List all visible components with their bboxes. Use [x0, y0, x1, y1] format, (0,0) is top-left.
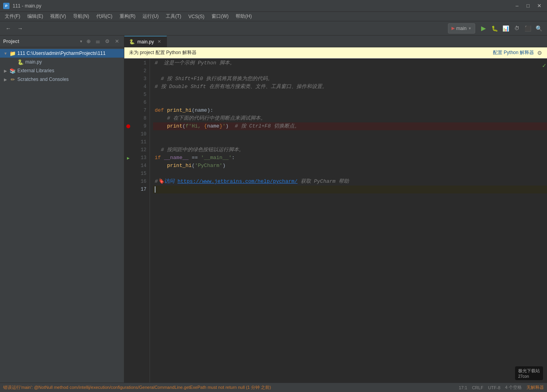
- code-editor[interactable]: ▶ 1 2 3 4 5 6 7 8 9 10 11 12: [124, 58, 547, 383]
- menu-edit[interactable]: 编辑(E): [24, 12, 46, 21]
- minimize-button[interactable]: –: [512, 2, 522, 10]
- code-line-7: def print_hi(name):: [153, 107, 547, 114]
- debug-button[interactable]: 🐛: [489, 23, 500, 34]
- menu-run[interactable]: 运行(U): [139, 12, 162, 21]
- code-line-5: [153, 91, 547, 99]
- menu-refactor[interactable]: 重构(R): [116, 12, 139, 21]
- code-line-6: [153, 99, 547, 107]
- toolbar-run-buttons: ▶ 🐛 📊 ⏱ ⬛ 🔍: [478, 23, 544, 34]
- line-num-14: 14: [132, 162, 150, 170]
- external-libraries-label: External Libraries: [17, 68, 54, 73]
- close-sidebar-button[interactable]: ✕: [113, 38, 121, 45]
- gutter-3: [124, 75, 132, 83]
- file-charset[interactable]: UTF-8: [488, 385, 500, 390]
- library-icon: 📚: [9, 68, 16, 74]
- app-icon: P: [3, 3, 9, 9]
- line-num-7: 7: [132, 107, 150, 114]
- sidebar-item-scratches[interactable]: ▶ ✏ Scratches and Consoles: [0, 75, 124, 84]
- tab-main-py[interactable]: 🐍 main.py ✕: [124, 36, 167, 47]
- menu-code[interactable]: 代码(C): [93, 12, 116, 21]
- scratches-label: Scratches and Consoles: [17, 77, 69, 82]
- sidebar-title: Project: [3, 39, 78, 44]
- gutter-7: [124, 107, 132, 114]
- sidebar-item-project-root[interactable]: ▼ 📁 111 C:\Users\admin\PycharmProjects\1…: [0, 49, 124, 58]
- line-num-3: 3: [132, 75, 150, 83]
- menu-help[interactable]: 帮助(H): [232, 12, 255, 21]
- sidebar-item-main-py[interactable]: 🐍 main.py: [0, 58, 124, 66]
- tab-file-icon: 🐍: [129, 39, 135, 45]
- line-num-16: 16: [132, 178, 150, 186]
- warning-settings-icon[interactable]: ⚙: [537, 50, 542, 56]
- run-config-dropdown[interactable]: ▶ main ▼: [448, 23, 475, 34]
- code-content[interactable]: # 这是一个示例 Python 脚本。 # 按 Shift+F10 执行或将其替…: [150, 58, 547, 383]
- collapse-all-button[interactable]: ⚌: [94, 38, 102, 45]
- code-line-16: #🔖访问 https://www.jetbrains.com/help/pych…: [153, 178, 547, 186]
- settings-button[interactable]: ⚙: [103, 38, 111, 45]
- coverage-button[interactable]: 📊: [500, 23, 511, 34]
- validation-indicator: ✓: [542, 62, 545, 69]
- cursor-position[interactable]: 17:1: [459, 385, 467, 390]
- line-num-2: 2: [132, 67, 150, 75]
- profile-button[interactable]: ⏱: [511, 23, 522, 34]
- gutter-11: [124, 138, 132, 146]
- indent-size[interactable]: 4 个空格: [505, 384, 522, 390]
- gutter-4: [124, 83, 132, 91]
- watermark: 极光下载站 27con: [515, 366, 543, 380]
- back-button[interactable]: ←: [3, 23, 13, 34]
- line-num-8: 8: [132, 114, 150, 122]
- main-layout: Project ▼ ⊕ ⚌ ⚙ ✕ ▼ 📁 111 C:\Users\admin…: [0, 36, 547, 383]
- line-num-9: 9: [132, 122, 150, 130]
- line-ending[interactable]: CRLF: [472, 385, 483, 390]
- gutter-8: [124, 114, 132, 122]
- menu-bar: 文件(F) 编辑(E) 视图(V) 导航(N) 代码(C) 重构(R) 运行(U…: [0, 12, 547, 21]
- menu-navigate[interactable]: 导航(N): [70, 12, 92, 21]
- gutter-15: [124, 170, 132, 178]
- breakpoint-gutter: ▶: [124, 58, 132, 383]
- line-num-12: 12: [132, 146, 150, 154]
- line-num-10: 10: [132, 130, 150, 138]
- run-arrow-icon: ▶: [127, 156, 130, 161]
- project-root-label: 111 C:\Users\admin\PycharmProjects\111: [17, 51, 105, 56]
- menu-view[interactable]: 视图(V): [47, 12, 69, 21]
- sidebar-dropdown-icon[interactable]: ▼: [79, 39, 83, 43]
- sidebar-tree: ▼ 📁 111 C:\Users\admin\PycharmProjects\1…: [0, 47, 124, 383]
- window-controls: – □ ✕: [512, 2, 544, 10]
- maximize-button[interactable]: □: [523, 2, 533, 10]
- code-line-9: print(f'Hi, {name}') # 按 Ctrl+F8 切换断点。: [153, 122, 547, 130]
- code-line-10: [153, 130, 547, 138]
- error-status-text: 错误运行'main': @NotNull method com/intellij…: [3, 384, 455, 390]
- code-line-12: # 按间距中的绿色按钮以运行脚本。: [153, 146, 547, 154]
- line-num-4: 4: [132, 83, 150, 91]
- main-py-label: main.py: [25, 59, 42, 65]
- configure-interpreter-link[interactable]: 配置 Python 解释器: [493, 49, 534, 56]
- folder-icon: 📁: [9, 50, 16, 56]
- menu-window[interactable]: 窗口(W): [208, 12, 232, 21]
- line-num-1: 1: [132, 59, 150, 67]
- window-title: 111 - main.py: [13, 3, 512, 9]
- stop-button[interactable]: ⬛: [523, 23, 533, 34]
- add-content-button[interactable]: ⊕: [84, 38, 92, 45]
- menu-file[interactable]: 文件(F): [2, 12, 23, 21]
- sidebar-item-external-libraries[interactable]: ▶ 📚 External Libraries: [0, 66, 124, 75]
- menu-tools[interactable]: 工具(T): [163, 12, 184, 21]
- menu-vcs[interactable]: VCS(S): [185, 13, 208, 20]
- tab-close-button[interactable]: ✕: [156, 39, 162, 45]
- search-button[interactable]: 🔍: [534, 23, 544, 34]
- gutter-12: [124, 146, 132, 154]
- forward-button[interactable]: →: [15, 23, 25, 34]
- gutter-9-breakpoint[interactable]: [124, 122, 132, 130]
- run-button[interactable]: ▶: [478, 23, 489, 34]
- title-bar: P 111 - main.py – □ ✕: [0, 0, 547, 12]
- code-line-3: # 按 Shift+F10 执行或将其替换为您的代码。: [153, 75, 547, 83]
- gutter-2: [124, 67, 132, 75]
- gutter-10: [124, 130, 132, 138]
- code-line-2: [153, 67, 547, 75]
- close-button[interactable]: ✕: [534, 2, 544, 10]
- code-line-4: # 按 Double Shift 在所有地方搜索类、文件、工具窗口、操作和设置。: [153, 83, 547, 91]
- file-arrow-icon: [11, 60, 16, 64]
- status-right-items: 17:1 CRLF UTF-8 4 个空格 无解释器: [459, 384, 544, 390]
- gutter-17: [124, 186, 132, 193]
- interpreter-status[interactable]: 无解释器: [526, 384, 544, 390]
- line-num-6: 6: [132, 99, 150, 107]
- gutter-16: [124, 178, 132, 186]
